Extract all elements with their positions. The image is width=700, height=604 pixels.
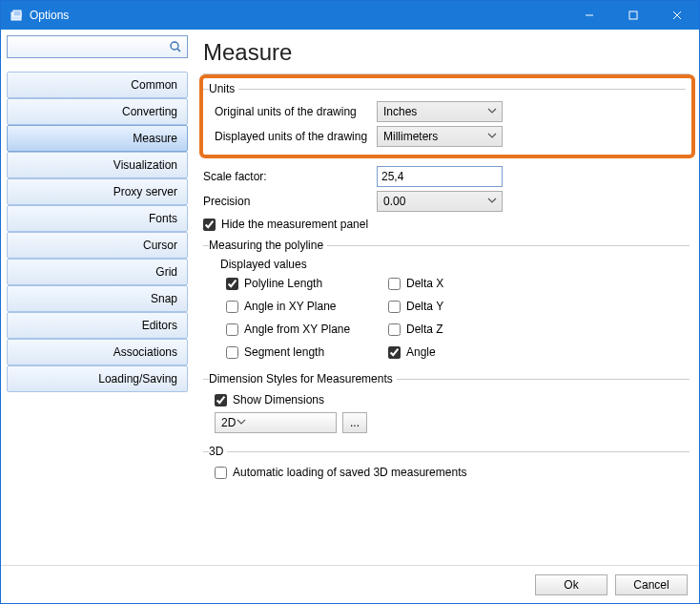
chevron-down-icon <box>486 130 498 144</box>
polyline-option-polyline-length[interactable]: Polyline Length <box>226 273 388 294</box>
scale-label: Scale factor: <box>203 170 377 183</box>
sidebar-item-measure[interactable]: Measure <box>7 125 188 152</box>
sidebar-item-grid[interactable]: Grid <box>7 259 188 285</box>
search-field[interactable] <box>7 35 188 58</box>
dimstyle-browse-button[interactable]: ... <box>342 412 367 433</box>
search-input[interactable] <box>11 37 168 56</box>
show-dimensions-checkbox[interactable]: Show Dimensions <box>209 389 690 410</box>
sidebar-item-snap[interactable]: Snap <box>7 285 188 312</box>
svg-point-6 <box>171 42 178 50</box>
original-units-select[interactable]: Inches <box>377 101 503 122</box>
polyline-legend: Measuring the polyline <box>209 239 327 252</box>
polyline-option-segment-length[interactable]: Segment length <box>226 342 388 363</box>
threed-legend: 3D <box>209 445 227 458</box>
window-title: Options <box>30 9 567 22</box>
precision-label: Precision <box>203 195 377 208</box>
options-window: Options CommonConvertingMeasureVisualiza… <box>0 0 700 604</box>
ok-button[interactable]: Ok <box>535 574 607 595</box>
displayed-units-label: Displayed units of the drawing <box>209 130 377 143</box>
svg-line-7 <box>177 49 180 52</box>
maximize-button[interactable] <box>611 1 655 30</box>
page-title: Measure <box>203 39 690 66</box>
original-units-label: Original units of the drawing <box>209 105 377 118</box>
units-group: Units Original units of the drawing Inch… <box>203 82 686 151</box>
minimize-button[interactable] <box>567 1 611 30</box>
cancel-button[interactable]: Cancel <box>615 574 688 595</box>
units-highlight: Units Original units of the drawing Inch… <box>199 74 695 158</box>
hide-panel-checkbox[interactable]: Hide the measurement panel <box>203 214 690 235</box>
precision-select[interactable]: 0.00 <box>377 191 503 212</box>
sidebar-item-fonts[interactable]: Fonts <box>7 205 188 232</box>
displayed-values-label: Displayed values <box>209 256 690 273</box>
svg-rect-3 <box>629 11 637 19</box>
app-icon <box>9 8 24 23</box>
dimstyles-legend: Dimension Styles for Measurements <box>209 372 397 385</box>
main-panel: Measure Units Original units of the draw… <box>194 30 699 565</box>
dimstyle-select[interactable]: 2D <box>215 412 337 433</box>
footer: Ok Cancel <box>1 565 699 603</box>
polyline-option-delta-z[interactable]: Delta Z <box>388 319 522 340</box>
sidebar-item-associations[interactable]: Associations <box>7 339 188 365</box>
sidebar: CommonConvertingMeasureVisualizationProx… <box>1 30 194 565</box>
chevron-down-icon <box>486 195 498 209</box>
polyline-option-delta-y[interactable]: Delta Y <box>388 296 522 317</box>
chevron-down-icon <box>236 416 247 430</box>
sidebar-item-common[interactable]: Common <box>7 72 188 98</box>
sidebar-item-proxy-server[interactable]: Proxy server <box>7 178 188 205</box>
polyline-option-angle-in-xy-plane[interactable]: Angle in XY Plane <box>226 296 388 317</box>
threed-group: 3D Automatic loading of saved 3D measure… <box>203 445 690 485</box>
polyline-group: Measuring the polyline Displayed values … <box>203 239 690 364</box>
polyline-option-angle-from-xy-plane[interactable]: Angle from XY Plane <box>226 319 388 340</box>
close-button[interactable] <box>655 1 699 30</box>
auto-load-3d-checkbox[interactable]: Automatic loading of saved 3D measuremen… <box>209 462 690 483</box>
sidebar-item-cursor[interactable]: Cursor <box>7 232 188 259</box>
sidebar-item-editors[interactable]: Editors <box>7 312 188 339</box>
dimstyles-group: Dimension Styles for Measurements Show D… <box>203 372 690 437</box>
sidebar-item-converting[interactable]: Converting <box>7 98 188 125</box>
scale-input[interactable] <box>377 166 503 187</box>
sidebar-item-loading-saving[interactable]: Loading/Saving <box>7 365 188 392</box>
chevron-down-icon <box>486 105 498 119</box>
titlebar: Options <box>1 1 699 30</box>
polyline-option-angle[interactable]: Angle <box>388 342 522 363</box>
units-legend: Units <box>209 82 238 95</box>
sidebar-item-visualization[interactable]: Visualization <box>7 152 188 178</box>
search-icon[interactable] <box>168 39 183 54</box>
polyline-option-delta-x[interactable]: Delta X <box>388 273 522 294</box>
displayed-units-select[interactable]: Millimeters <box>377 126 503 147</box>
svg-rect-1 <box>13 10 21 16</box>
